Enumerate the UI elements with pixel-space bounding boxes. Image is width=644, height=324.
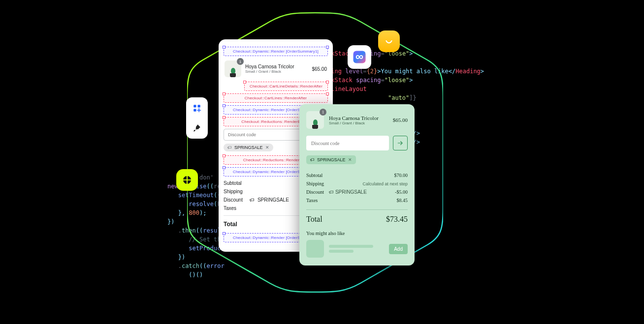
discount-chip[interactable]: 🏷 SPRINGSALE ✕ <box>224 144 273 151</box>
svg-rect-5 <box>182 179 192 180</box>
product-title: Hoya Carnosa Tricolor <box>245 64 308 69</box>
discount-code-input[interactable] <box>306 136 389 150</box>
checkout-preview-panel: Hoya Carnosa Tricolor Small / Grant / Bl… <box>299 104 415 265</box>
product-price: $65.00 <box>393 117 408 123</box>
product-variant: Small / Grant / Black <box>245 69 308 74</box>
slot-cartline-details-after[interactable]: Checkout::CartLineDetails::RenderAfter <box>244 82 328 91</box>
discount-code-text: SPRINGSALE <box>317 157 346 162</box>
arrow-right-icon <box>397 140 404 147</box>
product-variant: Small / Grant / Black <box>329 121 388 125</box>
cart-line-item: Hoya Carnosa Tricolor Small / Grant / Bl… <box>224 59 328 79</box>
app-tile-crosshair[interactable] <box>176 169 198 191</box>
applied-discount-chip[interactable]: 🏷 SPRINGSALE ✕ <box>306 155 356 164</box>
product-thumbnail <box>306 111 324 129</box>
total-row: Total $73.45 <box>306 215 408 224</box>
product-thumbnail <box>225 60 241 77</box>
app-tile-smile[interactable] <box>378 30 400 52</box>
dev-toolbar <box>186 97 208 139</box>
taxes-row: Taxes $8.45 <box>306 196 408 205</box>
recommendation-thumbnail <box>306 240 324 258</box>
slot-order-summary-1[interactable]: Checkout::Dynamic::Render [OrderSummary1… <box>224 47 328 56</box>
remove-discount-icon[interactable]: ✕ <box>265 145 269 150</box>
slot-cartlines-after[interactable]: Checkout::CartLines::RenderAfter <box>224 93 328 103</box>
tag-icon: 🏷 <box>227 145 232 150</box>
remove-discount-icon[interactable]: ✕ <box>348 157 352 162</box>
svg-rect-2 <box>193 109 196 112</box>
svg-rect-1 <box>198 105 200 107</box>
preview-line-item: Hoya Carnosa Tricolor Small / Grant / Bl… <box>306 111 408 129</box>
apps-icon[interactable] <box>190 101 204 115</box>
subtotal-row: Subtotal $70.00 <box>306 171 408 179</box>
product-title: Hoya Carnosa Tricolor <box>329 115 388 121</box>
app-tile-infinity[interactable] <box>348 45 371 69</box>
brush-icon[interactable] <box>190 121 204 135</box>
recommendation-heading: You might also like <box>306 231 408 236</box>
add-recommendation-button[interactable]: Add <box>389 244 408 254</box>
discount-row: Discount 🏷 SPRINGSALE -$5.00 <box>306 188 408 196</box>
product-price: $65.00 <box>312 66 327 72</box>
recommendation-item: Add <box>306 240 408 258</box>
apply-discount-button[interactable] <box>393 136 408 150</box>
discount-code-text: SPRINGSALE <box>234 145 263 150</box>
svg-rect-0 <box>193 105 196 107</box>
shipping-row: Shipping Calculated at next step <box>306 179 408 188</box>
recommendation-skeleton <box>329 245 373 253</box>
tag-icon: 🏷 <box>310 157 315 162</box>
